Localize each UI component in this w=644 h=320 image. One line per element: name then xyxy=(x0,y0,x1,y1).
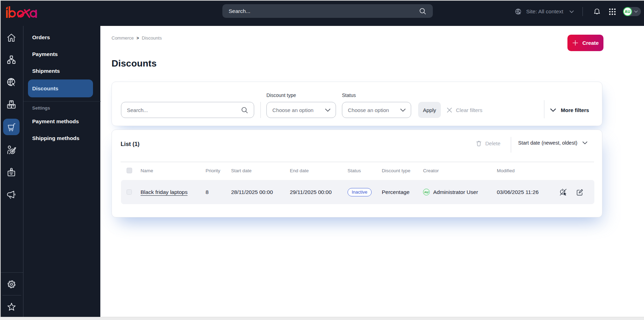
sidebar-item-discounts[interactable]: Discounts xyxy=(28,79,93,97)
discount-type-select[interactable]: Choose an option xyxy=(266,102,336,118)
cart-icon xyxy=(6,122,16,132)
breadcrumb-discounts[interactable]: Discounts xyxy=(142,35,162,41)
apps-menu-button[interactable] xyxy=(606,6,618,18)
discount-link[interactable]: Black friday laptops xyxy=(141,189,187,195)
window-frame-top xyxy=(0,0,644,1)
search-icon xyxy=(419,7,427,15)
chevron-down-icon xyxy=(400,108,406,112)
create-button[interactable]: Create xyxy=(567,35,603,51)
column-header-priority[interactable]: Priority xyxy=(206,168,220,173)
trash-icon xyxy=(475,140,482,147)
apply-button[interactable]: Apply xyxy=(418,102,441,118)
sidebar-item-payment-methods[interactable]: Payment methods xyxy=(28,113,93,130)
boxes-icon xyxy=(6,99,16,110)
window-frame-left xyxy=(0,0,1,317)
bell-icon xyxy=(593,8,601,16)
list-divider xyxy=(511,137,511,153)
deactivate-button[interactable] xyxy=(559,188,567,196)
globe-site-icon xyxy=(515,8,522,15)
rail-item-marketing[interactable] xyxy=(3,186,20,203)
filter-divider xyxy=(544,100,544,118)
rail-item-site[interactable] xyxy=(3,74,20,90)
list-title: List (1) xyxy=(121,141,139,147)
row-name-cell: Black friday laptops xyxy=(141,180,187,204)
table-row: Black friday laptops 8 28/11/2025 00:00 … xyxy=(121,180,594,204)
row-checkbox[interactable] xyxy=(127,189,132,195)
global-search-input[interactable]: Search... xyxy=(222,4,433,18)
clear-filters-button[interactable]: Clear filters xyxy=(446,102,482,118)
sidebar-divider xyxy=(23,101,101,102)
rail-item-commerce[interactable] xyxy=(3,119,20,135)
filter-divider xyxy=(260,102,261,118)
row-modified-cell: 03/06/2025 11:26 xyxy=(497,180,539,204)
status-select[interactable]: Choose an option xyxy=(342,102,411,118)
rail-item-admin[interactable] xyxy=(3,276,20,292)
edit-button[interactable] xyxy=(575,188,584,196)
breadcrumb-commerce[interactable]: Commerce xyxy=(112,35,134,41)
list-card: List (1) Delete Start date (newest, olde… xyxy=(112,130,602,217)
sidebar-item-shipping-methods[interactable]: Shipping methods xyxy=(28,130,93,147)
rail-divider xyxy=(1,272,23,273)
topbar: Search... Site: All context xyxy=(1,1,644,26)
ibexa-logo[interactable] xyxy=(6,6,38,19)
row-discount-type-cell: Percentage xyxy=(382,180,409,204)
delete-button[interactable]: Delete xyxy=(475,140,500,147)
topbar-right-cluster: Site: All context AU xyxy=(515,1,641,22)
home-icon xyxy=(6,33,16,43)
notifications-button[interactable] xyxy=(591,6,603,18)
global-search-placeholder: Search... xyxy=(229,8,419,14)
column-header-discount-type[interactable]: Discount type xyxy=(382,168,410,173)
rail-item-corporate[interactable] xyxy=(3,164,20,180)
chevron-down-icon xyxy=(569,10,574,13)
sort-select[interactable]: Start date (newest, oldest) xyxy=(518,140,588,146)
filter-search-input[interactable]: Search... xyxy=(121,102,254,118)
commerce-sidebar: Orders Payments Shipments Discounts Sett… xyxy=(23,26,100,317)
row-priority-cell: 8 xyxy=(206,180,209,204)
rail-item-customers[interactable] xyxy=(3,141,20,158)
more-filters-button[interactable]: More filters xyxy=(550,102,589,118)
site-context-label: Site: All context xyxy=(526,8,563,15)
column-header-creator[interactable]: Creator xyxy=(423,168,439,173)
user-menu-button[interactable]: AU xyxy=(623,7,641,16)
creator-name: Administrator User xyxy=(433,189,478,195)
breadcrumb-separator: > xyxy=(137,36,139,41)
select-all-checkbox[interactable] xyxy=(127,168,132,173)
main-content: Commerce > Discounts Create Discounts Se… xyxy=(100,26,644,317)
column-header-status[interactable]: Status xyxy=(348,168,361,173)
megaphone-icon xyxy=(6,189,16,200)
sidebar-item-payments[interactable]: Payments xyxy=(28,46,93,63)
person-target-icon xyxy=(6,145,16,155)
row-start-date-cell: 28/11/2025 00:00 xyxy=(231,180,273,204)
filters-card: Search... Discount type Choose an option… xyxy=(112,82,602,126)
column-header-name[interactable]: Name xyxy=(141,168,153,173)
site-context-selector[interactable]: Site: All context xyxy=(515,8,574,15)
close-icon xyxy=(446,107,452,113)
avatar: AU xyxy=(623,7,632,16)
status-badge: Inactive xyxy=(348,188,372,196)
column-header-start-date[interactable]: Start date xyxy=(231,168,252,173)
chevron-down-icon xyxy=(325,108,331,112)
rail-divider-inset xyxy=(2,295,21,295)
list-header-rule xyxy=(121,162,594,162)
page-title: Discounts xyxy=(112,58,157,69)
gear-icon xyxy=(7,279,16,289)
row-end-date-cell: 29/11/2025 00:00 xyxy=(290,180,332,204)
sidebar-item-orders[interactable]: Orders xyxy=(28,29,93,46)
column-header-modified[interactable]: Modified xyxy=(497,168,515,173)
rail-item-bookmarks[interactable] xyxy=(3,298,20,315)
sidebar-item-shipments[interactable]: Shipments xyxy=(28,63,93,79)
apps-grid-icon xyxy=(608,8,616,16)
row-status-cell: Inactive xyxy=(348,180,372,204)
chevron-down-icon xyxy=(582,141,588,145)
column-header-end-date[interactable]: End date xyxy=(290,168,309,173)
rail-item-product-catalog[interactable] xyxy=(3,96,20,113)
globe-cursor-icon xyxy=(6,77,16,87)
search-icon xyxy=(241,106,248,114)
star-icon xyxy=(7,302,16,312)
creator-avatar: AU xyxy=(423,189,430,195)
rail-item-content-structure[interactable] xyxy=(3,51,20,68)
row-creator-cell: AU Administrator User xyxy=(423,180,478,204)
rail-item-home[interactable] xyxy=(3,29,20,46)
chevron-down-icon xyxy=(550,108,556,112)
discount-type-label: Discount type xyxy=(266,92,296,98)
